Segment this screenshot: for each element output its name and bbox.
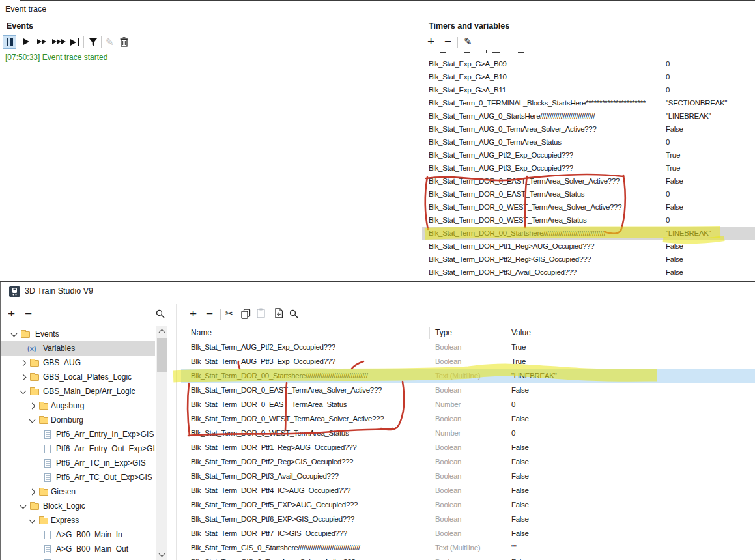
remove-variable-button[interactable]: − (444, 36, 451, 47)
timer-variable-row[interactable]: Blk_Stat_Term_DOR_Ptf1_Reg>AUG_Occupied?… (422, 240, 755, 253)
column-header-value[interactable]: Value (511, 326, 531, 340)
pause-button[interactable] (3, 35, 16, 49)
table-row[interactable]: Blk_Stat_Term_DOR_0_WEST_TermArea_Solver… (181, 412, 755, 426)
variable-name: Blk_Stat_Term_DOR_Ptf5_EXP>AUG_Occupied?… (191, 497, 358, 512)
chevron-collapsed-icon[interactable] (20, 374, 27, 381)
table-add-button[interactable]: + (190, 309, 197, 319)
tree-item-augsburg[interactable]: Augsburg (1, 399, 155, 413)
tree-item-label: Variables (43, 341, 75, 356)
delete-button[interactable] (120, 37, 128, 49)
table-search-button[interactable] (289, 309, 298, 321)
timer-variable-row[interactable]: Blk_Stat_Term_AUG_0_TermArea_Status0 (422, 135, 755, 148)
tree-remove-button[interactable]: − (25, 309, 32, 319)
table-row[interactable]: Blk_Stat_Term_DOR_0_EAST_TermArea_Solver… (181, 383, 755, 397)
timer-variable-row[interactable]: Blk_Stat_Term_DOR_0_EAST_TermArea_Status… (422, 188, 755, 201)
table-row[interactable]: Blk_Stat_Term_GIS_0_Startshere//////////… (181, 540, 755, 555)
table-remove-button[interactable]: − (206, 309, 213, 319)
tree-item-gbs-main-dep-arr-logic[interactable]: GBS_Main_Dep/Arr_Logic (1, 384, 155, 399)
tree-item-express[interactable]: Express (1, 513, 155, 527)
tree-item-block-logic[interactable]: Block_Logic (1, 499, 155, 513)
play-icon (23, 38, 29, 45)
table-row[interactable]: Blk_Stat_Term_DOR_0_EAST_TermArea_Status… (181, 397, 755, 412)
timer-variable-row[interactable]: Blk_Stat_Exp_G>A_B090 (422, 57, 755, 70)
tree-item-a-g-b01-main-in[interactable]: A>G_B01_Main_In (1, 556, 155, 560)
tree-item-ptf6-arr-tc-in-exp-gis[interactable]: Ptf6_Arr_TC_in_Exp>GIS (1, 456, 155, 470)
timer-variable-row[interactable]: Blk_Stat_Term_AUG_0_StartsHere//////////… (422, 109, 755, 122)
folder-icon (21, 331, 30, 338)
variable-type: Boolean (435, 555, 461, 560)
chevron-expanded-icon[interactable] (20, 388, 27, 395)
timer-variable-row[interactable]: Blk_Stat_Term_AUG_0_TermArea_Solver_Acti… (422, 122, 755, 135)
tree-add-button[interactable]: + (8, 309, 15, 319)
chevron-expanded-icon[interactable] (11, 331, 18, 337)
table-row[interactable]: Blk_Stat_Term_DOR_Ptf3_Avail_Occupied???… (181, 469, 755, 483)
tree-item-ptf6-arr-tc-out-exp-gis[interactable]: Ptf6_Arr_TC_Out_Exp>GIS (1, 470, 155, 484)
paste-button-disabled[interactable] (257, 308, 265, 321)
timer-variable-row[interactable]: Blk_Stat_Term_AUG_Ptf2_Exp_Occupied???Tr… (422, 148, 755, 161)
tree-search-button[interactable] (156, 309, 165, 321)
table-row[interactable]: Blk_Stat_Term_DOR_Ptf2_Reg>GIS_Occupied?… (181, 455, 755, 469)
table-row[interactable]: Blk_Stat_Term_DOR_Ptf7_IC>GIS_Occupied??… (181, 526, 755, 540)
chevron-collapsed-icon[interactable] (29, 489, 36, 496)
table-row[interactable]: Blk_Stat_Term_AUG_Ptf3_Exp_Occupied???Bo… (181, 354, 755, 369)
fastest-forward-button[interactable] (52, 39, 66, 44)
tree-item-ptf6-arr-entry-out-exp-gis[interactable]: Ptf6_Arr_Entry_Out_Exp>GIS (1, 441, 155, 456)
tree-item-gbs-local-plates-logic[interactable]: GBS_Local_Plates_Logic (1, 370, 155, 384)
timer-variable-row[interactable]: Blk_Stat_Term_DOR_Ptf2_Reg>GIS_Occupied?… (422, 253, 755, 266)
timer-variable-row[interactable]: Blk_Stat_Term_0_TERMINAL_Blocks_StartsHe… (422, 96, 755, 109)
tree-item-a-g-b00-main-in[interactable]: A>G_B00_Main_In (1, 527, 155, 542)
table-row[interactable]: Blk_Stat_Term_GIS_0_TermArea_Solver_Acti… (181, 555, 755, 560)
timer-variable-row[interactable]: Blk_Stat_Exp_G>A_B100 (422, 70, 755, 83)
tree-item-events[interactable]: Events (1, 327, 155, 341)
timer-variable-row[interactable]: Blk_Stat_Exp_G>A_B110 (422, 83, 755, 96)
column-separator (506, 327, 506, 339)
tree-item-ptf6-arr-entry-in-exp-gis[interactable]: Ptf6_Arr_Entry_In_Exp>GIS (1, 427, 155, 441)
step-to-end-button[interactable] (70, 38, 79, 46)
table-row[interactable]: Blk_Stat_Term_DOR_Ptf5_EXP>AUG_Occupied?… (181, 497, 755, 512)
scroll-up-button[interactable] (156, 326, 167, 337)
cut-button[interactable]: ✂ (225, 308, 233, 318)
fast-forward-button[interactable] (37, 39, 46, 44)
copy-button[interactable] (241, 309, 251, 322)
timer-variable-row[interactable]: Blk_Stat_Term_DOR_0_WEST_TermArea_Status… (422, 214, 755, 227)
table-row[interactable]: Blk_Stat_Term_DOR_Ptf6_EXP>GIS_Occupied?… (181, 512, 755, 526)
chevron-expanded-icon[interactable] (29, 417, 36, 423)
table-row[interactable]: Blk_Stat_Term_DOR_0_WEST_TermArea_Status… (181, 426, 755, 440)
chevron-collapsed-icon[interactable] (20, 360, 27, 367)
clipped-row-remnant (464, 52, 470, 53)
chevron-expanded-icon[interactable] (20, 503, 27, 509)
tree-item-giesen[interactable]: Giesen (1, 484, 155, 499)
timer-variable-row[interactable]: Blk_Stat_Term_DOR_Ptf3_Avail_Occupied???… (422, 266, 755, 279)
tree-scrollbar[interactable] (156, 326, 167, 560)
table-row[interactable]: Blk_Stat_Term_DOR_Ptf4_IC>AUG_Occupied??… (181, 483, 755, 497)
chevron-collapsed-icon[interactable] (29, 403, 36, 410)
tree-item-label: Ptf6_Arr_TC_Out_Exp>GIS (56, 470, 152, 484)
timer-variable-row[interactable]: Blk_Stat_Term_DOR_0_EAST_TermArea_Solver… (422, 175, 755, 188)
timer-variable-row[interactable]: Blk_Stat_Term_AUG_Ptf3_Exp_Occupied???Tr… (422, 161, 755, 175)
column-header-type[interactable]: Type (435, 326, 452, 340)
scroll-down-button[interactable] (156, 549, 167, 560)
new-document-button[interactable] (274, 308, 283, 321)
new-document-icon (274, 308, 283, 318)
tree-item-dornburg[interactable]: Dornburg (1, 413, 155, 427)
chevron-expanded-icon[interactable] (29, 517, 36, 524)
table-row[interactable]: Blk_Stat_Term_DOR_Ptf1_Reg>AUG_Occupied?… (181, 440, 755, 455)
play-button[interactable] (23, 38, 29, 45)
event-trace-title: Event trace (5, 5, 46, 14)
fastest-forward-icon (52, 39, 57, 44)
scrollbar-thumb[interactable] (157, 338, 167, 372)
column-header-name[interactable]: Name (191, 326, 212, 340)
variable-type: Number (435, 426, 461, 440)
table-row[interactable]: Blk_Stat_Term_DOR_00_Startshere/////////… (181, 369, 755, 383)
timer-variable-row[interactable]: Blk_Stat_Term_DOR_0_WEST_TermArea_Solver… (422, 201, 755, 214)
timer-variable-row[interactable]: Blk_Stat_Term_DOR_00_Startshere/////////… (422, 227, 755, 240)
add-variable-button[interactable]: + (427, 36, 434, 47)
table-row[interactable]: Blk_Stat_Term_AUG_Ptf2_Exp_Occupied???Bo… (181, 340, 755, 354)
edit-button-disabled[interactable]: ✎ (106, 36, 114, 48)
edit-variable-button[interactable]: ✎ (464, 36, 472, 48)
filter-button[interactable] (89, 38, 98, 49)
tree-item-variables[interactable]: (x)Variables (1, 341, 155, 356)
tree-item-gbs-aug[interactable]: GBS_AUG (1, 356, 155, 370)
tree-item-label: A>G_B00_Main_Out (56, 542, 128, 556)
tree-item-a-g-b00-main-out[interactable]: A>G_B00_Main_Out (1, 542, 155, 556)
